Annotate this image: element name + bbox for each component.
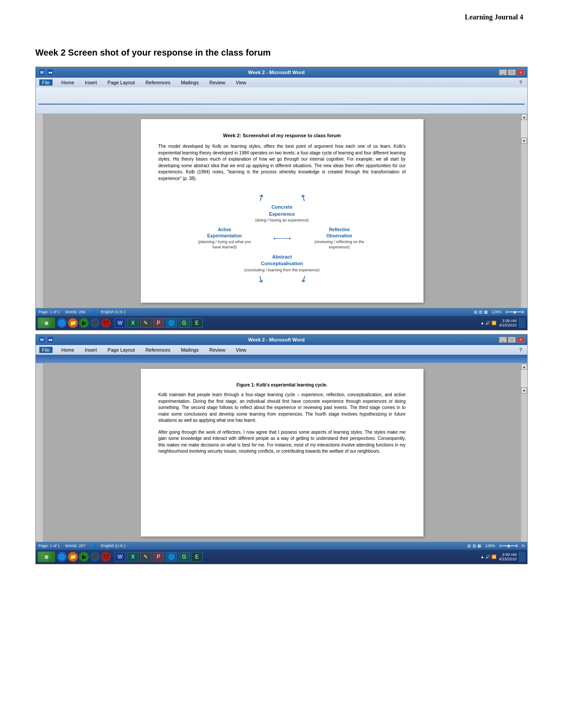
menu-review-1[interactable]: Review <box>208 79 227 86</box>
word-page-1: Week 2: Screenshot of my response to cla… <box>141 119 423 303</box>
globe-taskbar-icon-1[interactable]: 🌐 <box>166 318 177 328</box>
taskbar-clock-2: 3:59 AM 4/15/2010 <box>499 552 517 561</box>
excel-taskbar-icon-2[interactable]: X <box>127 552 139 562</box>
date-display-2: 4/15/2010 <box>499 557 517 561</box>
kolb-observation-label: Observation <box>311 233 368 239</box>
kolb-top-arrows: ↗ ↖ <box>257 191 307 204</box>
network-icon-1[interactable]: ⬛ <box>90 318 100 328</box>
menu-mailings-2[interactable]: Mailings <box>179 347 200 353</box>
kolb-top-sub: (doing / having an experience) <box>255 218 309 223</box>
taskbar-app-icons-1: W X ✎ P 🌐 G E <box>114 318 203 328</box>
date-display-1: 4/15/2010 <box>499 323 517 327</box>
extra-indicator-2: N <box>522 544 525 548</box>
menu-mailings-1[interactable]: Mailings <box>179 79 200 86</box>
word-taskbar-icon-2[interactable]: W <box>114 552 126 562</box>
show-desktop-1[interactable] <box>519 318 525 328</box>
kolb-experience-label: Experience <box>255 211 309 218</box>
taskbar-app-icons-2: W X ✎ P 🌐 G E <box>114 552 203 562</box>
content-area-1: Week 2: Screenshot of my response to cla… <box>36 114 527 308</box>
scroll-down-1[interactable]: ▼ <box>521 138 527 144</box>
menu-file-2[interactable]: File <box>39 347 53 353</box>
close-button-1[interactable]: × <box>517 69 525 75</box>
app3-taskbar-icon-1[interactable]: ✎ <box>140 318 151 328</box>
minimize-button-1[interactable]: _ <box>499 69 507 75</box>
scroll-up-1[interactable]: ▲ <box>521 114 527 120</box>
menu-pagelayout-2[interactable]: Page Layout <box>106 347 137 353</box>
page-area-1: Week 2: Screenshot of my response to cla… <box>43 114 521 308</box>
globe-taskbar-icon-2[interactable]: 🌐 <box>166 552 177 562</box>
menu-references-2[interactable]: References <box>144 347 172 353</box>
scroll-up-2[interactable]: ▲ <box>521 364 527 370</box>
ppt-taskbar-icon-1[interactable]: P <box>153 318 164 328</box>
folder-icon-1[interactable]: 📁 <box>68 318 78 328</box>
statusbar-1: Page: 1 of 1 Words: 266 🔵 English (U.K.)… <box>36 308 527 316</box>
antivirus-icon-2[interactable]: 🛡 <box>101 552 111 562</box>
close-button-2[interactable]: × <box>517 337 525 343</box>
email-taskbar-icon-1[interactable]: E <box>191 318 203 328</box>
menu-view-1[interactable]: View <box>234 79 248 86</box>
help-icon-2[interactable]: ? <box>518 347 524 353</box>
statusbar-left-2: Page: 1 of 1 Words: 267 🔵 English (U.K.) <box>38 544 125 548</box>
email-taskbar-icon-2[interactable]: E <box>191 552 203 562</box>
window-controls-1[interactable]: _ □ × <box>499 69 525 75</box>
word-taskbar-icon-1[interactable]: W <box>114 318 126 328</box>
menu-review-2[interactable]: Review <box>208 347 227 353</box>
zoom-slider-2: ⊖━━◉━━⊕ <box>499 544 518 548</box>
toolbar-2 <box>36 355 527 364</box>
scroll-down-2[interactable]: ▼ <box>521 387 527 394</box>
start-button-2[interactable]: ⊞ <box>38 552 55 562</box>
arrow-down-left: ↘ <box>254 272 267 286</box>
menu-file-1[interactable]: File <box>39 79 53 86</box>
menu-pagelayout-1[interactable]: Page Layout <box>106 79 137 86</box>
zoom-level-1: 128% <box>491 310 502 314</box>
taskbar-right-1: ▲ 🔊 📶 3:08 AM 4/15/2010 <box>480 318 525 328</box>
kolb-conceptualisation-label: Conceptualisation <box>244 260 320 267</box>
minimize-button-2[interactable]: _ <box>499 337 507 343</box>
menu-home-2[interactable]: Home <box>60 347 76 353</box>
chrome-taskbar-icon-2[interactable]: G <box>178 552 190 562</box>
help-icon-1[interactable]: ? <box>518 79 524 86</box>
kolb-active-label: Active <box>196 227 253 233</box>
kolb-abstract-label: Abstract <box>244 254 320 260</box>
ruler-indicator-1 <box>38 104 525 105</box>
restore-button-2[interactable]: □ <box>508 337 516 343</box>
taskbar-1: ⊞ 🌐 📁 ▶ ⬛ 🛡 W X ✎ P 🌐 G E ▲ 🔊 📶 3:08 <box>36 316 527 330</box>
kolb-left-box: Active Experimentation (planning / tryin… <box>196 227 253 250</box>
chrome-taskbar-icon-1[interactable]: G <box>178 318 190 328</box>
kolb-bottom-arrows: ↘ ↙ <box>257 273 307 285</box>
excel-taskbar-icon-1[interactable]: X <box>127 318 139 328</box>
sidebar-left-2 <box>36 364 43 542</box>
folder-icon-2[interactable]: 📁 <box>68 552 78 562</box>
menu-view-2[interactable]: View <box>234 347 248 353</box>
media-icon-2[interactable]: ▶ <box>79 552 89 562</box>
figure-caption: Figure 1: Kolb's experiential learning c… <box>159 382 406 388</box>
network-icon-2[interactable]: ⬛ <box>90 552 100 562</box>
window-controls-2[interactable]: _ □ × <box>499 337 525 343</box>
menu-references-1[interactable]: References <box>144 79 172 86</box>
antivirus-icon-1[interactable]: 🛡 <box>101 318 111 328</box>
statusbar-2: Page: 1 of 1 Words: 267 🔵 English (U.K.)… <box>36 542 527 550</box>
start-button-1[interactable]: ⊞ <box>38 318 55 328</box>
lang-info-1: 🔵 <box>91 310 95 314</box>
menu-insert-2[interactable]: Insert <box>83 347 99 353</box>
ppt-taskbar-icon-2[interactable]: P <box>153 552 164 562</box>
word-app-icon-1: W <box>38 69 45 76</box>
restore-button-1[interactable]: □ <box>508 69 516 75</box>
taskbar-indicators-1: ▲ 🔊 📶 <box>480 321 496 325</box>
page-doc-title-1: Week 2: Screenshot of my response to cla… <box>159 132 406 139</box>
ie-icon-1[interactable]: 🌐 <box>57 318 67 328</box>
word-app-icon-2: W <box>38 336 45 343</box>
menu-home-1[interactable]: Home <box>60 79 76 86</box>
media-icon-1[interactable]: ▶ <box>79 318 89 328</box>
statusbar-right-1: ▤ ▥ ▦ 128% ⊖━━◉━━⊕ <box>474 310 525 314</box>
page-body-text-1: The model developed by Kolb on learning … <box>159 143 406 182</box>
titlebar-2: W ■■ Week 2 - Microsoft Word _ □ × <box>36 334 527 345</box>
kolb-top-box: Concrete Experience (doing / having an e… <box>255 204 309 223</box>
show-desktop-2[interactable] <box>519 552 525 562</box>
page-area-2: Figure 1: Kolb's experiential learning c… <box>43 364 521 542</box>
taskbar-clock-1: 3:08 AM 4/15/2010 <box>499 319 517 327</box>
app3-taskbar-icon-2[interactable]: ✎ <box>140 552 151 562</box>
ie-icon-2[interactable]: 🌐 <box>57 552 67 562</box>
menu-insert-1[interactable]: Insert <box>83 79 99 86</box>
kolb-middle-row: Active Experimentation (planning / tryin… <box>159 227 406 250</box>
